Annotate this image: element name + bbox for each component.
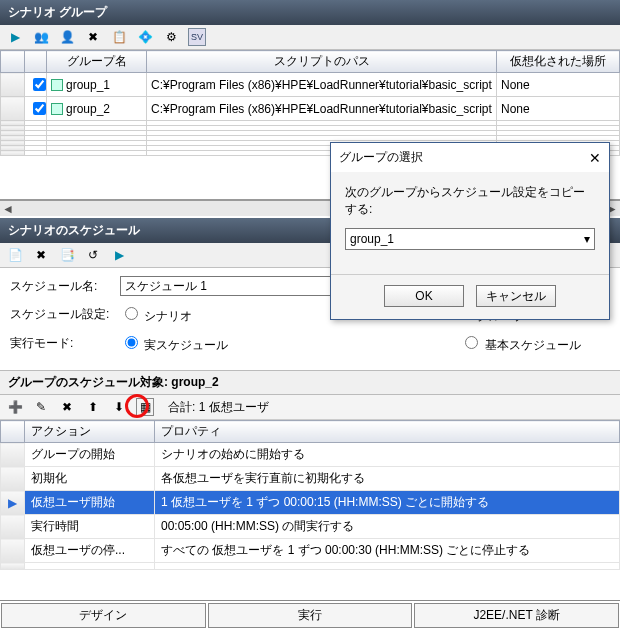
path-cell: C:¥Program Files (x86)¥HPE¥LoadRunner¥tu… (147, 73, 497, 97)
copy-icon[interactable]: 📑 (58, 246, 76, 264)
row-checkbox[interactable] (33, 78, 46, 91)
close-icon[interactable]: ✕ (589, 150, 601, 166)
table-row[interactable]: group_2 C:¥Program Files (x86)¥HPE¥LoadR… (1, 97, 620, 121)
group-grid: グループ名 スクリプトのパス 仮想化された場所 group_1 C:¥Progr… (0, 50, 620, 156)
delete-action-icon[interactable]: ✖ (58, 398, 76, 416)
col-path[interactable]: スクリプトのパス (147, 51, 497, 73)
sv-icon[interactable]: SV (188, 28, 206, 46)
col-action[interactable]: アクション (25, 421, 155, 443)
action-row[interactable]: グループの開始シナリオの始めに開始する (1, 443, 620, 467)
users-icon[interactable]: 👥 (32, 28, 50, 46)
tab-exec[interactable]: 実行 (208, 603, 413, 628)
path-cell: C:¥Program Files (x86)¥HPE¥LoadRunner¥tu… (147, 97, 497, 121)
badge-icon[interactable]: 💠 (136, 28, 154, 46)
group-select-dialog: グループの選択 ✕ 次のグループからスケジュール設定をコピーする: group_… (330, 142, 610, 320)
col-handle[interactable] (1, 51, 25, 73)
schedule-setting-label: スケジュール設定: (10, 306, 120, 323)
row-checkbox[interactable] (33, 102, 46, 115)
tab-design[interactable]: デザイン (1, 603, 206, 628)
action-row[interactable]: 仮想ユーザの停...すべての 仮想ユーザを 1 ずつ 00:00:30 (HH:… (1, 539, 620, 563)
tab-diag[interactable]: J2EE/.NET 診断 (414, 603, 619, 628)
add-action-icon[interactable]: ➕ (6, 398, 24, 416)
selected-group: group_1 (350, 232, 394, 246)
virt-cell: None (497, 97, 620, 121)
total-vusers-label: 合計: 1 仮想ユーザ (168, 399, 269, 416)
dialog-message: 次のグループからスケジュール設定をコピーする: (345, 184, 595, 218)
group-cell: group_1 (66, 78, 110, 92)
new-icon[interactable]: 📄 (6, 246, 24, 264)
reset-icon[interactable]: ↺ (84, 246, 102, 264)
script-icon (51, 79, 63, 91)
dialog-title: グループの選択 (339, 149, 423, 166)
chevron-down-icon: ▾ (584, 232, 590, 246)
script-icon (51, 103, 63, 115)
action-row[interactable]: 実行時間00:05:00 (HH:MM:SS) の間実行する (1, 515, 620, 539)
ok-button[interactable]: OK (384, 285, 464, 307)
exec-mode-label: 実行モード: (10, 335, 120, 352)
col-checkbox[interactable] (25, 51, 47, 73)
move-up-icon[interactable]: ⬆ (84, 398, 102, 416)
group-select-dropdown[interactable]: group_1 ▾ (345, 228, 595, 250)
config-icon[interactable]: ⚙ (162, 28, 180, 46)
radio-scenario[interactable]: シナリオ (120, 304, 192, 325)
table-row[interactable]: group_1 C:¥Program Files (x86)¥HPE¥LoadR… (1, 73, 620, 97)
paste-icon[interactable]: 📋 (110, 28, 128, 46)
action-toolbar: ➕ ✎ ✖ ⬆ ⬇ ▦ 合計: 1 仮想ユーザ (0, 395, 620, 420)
edit-action-icon[interactable]: ✎ (32, 398, 50, 416)
cancel-button[interactable]: キャンセル (476, 285, 556, 307)
action-row[interactable]: 初期化各仮想ユーザを実行直前に初期化する (1, 467, 620, 491)
delete-icon[interactable]: ✖ (32, 246, 50, 264)
delete-icon[interactable]: ✖ (84, 28, 102, 46)
action-grid: アクション プロパティ グループの開始シナリオの始めに開始する 初期化各仮想ユー… (0, 420, 620, 570)
radio-real-schedule[interactable]: 実スケジュール (120, 333, 228, 354)
edit-user-icon[interactable]: 👤 (58, 28, 76, 46)
action-row-selected[interactable]: ▶仮想ユーザ開始1 仮想ユーザを 1 ずつ 00:00:15 (HH:MM:SS… (1, 491, 620, 515)
grid-view-icon[interactable]: ▦ (136, 398, 154, 416)
group-cell: group_2 (66, 102, 110, 116)
scenario-group-header: シナリオ グループ (0, 0, 620, 25)
col-property[interactable]: プロパティ (155, 421, 620, 443)
col-virt[interactable]: 仮想化された場所 (497, 51, 620, 73)
group-schedule-title: グループのスケジュール対象: group_2 (0, 370, 620, 395)
scroll-left-icon[interactable]: ◄ (2, 202, 14, 216)
footer-tabs: デザイン 実行 J2EE/.NET 診断 (0, 600, 620, 630)
col-group[interactable]: グループ名 (47, 51, 147, 73)
virt-cell: None (497, 73, 620, 97)
scenario-group-toolbar: ▶ 👥 👤 ✖ 📋 💠 ⚙ SV (0, 25, 620, 50)
radio-basic-schedule[interactable]: 基本スケジュール (460, 333, 580, 354)
schedule-name-label: スケジュール名: (10, 278, 120, 295)
play-icon[interactable]: ▶ (6, 28, 24, 46)
move-down-icon[interactable]: ⬇ (110, 398, 128, 416)
run-icon[interactable]: ▶ (110, 246, 128, 264)
